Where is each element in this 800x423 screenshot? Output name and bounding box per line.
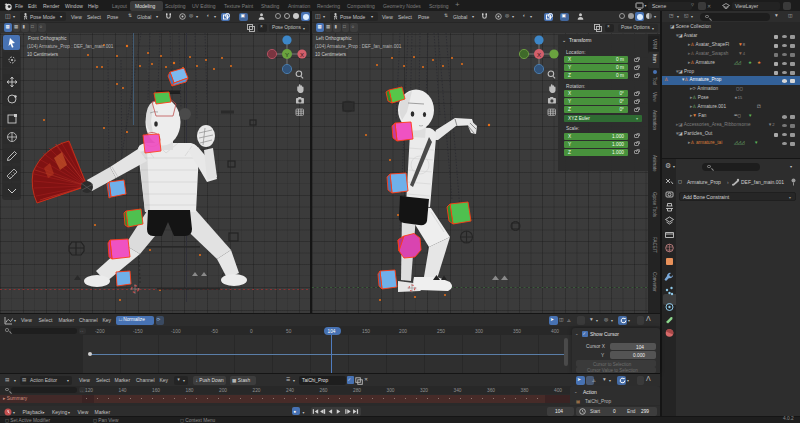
svg-text:Y: Y: [285, 52, 289, 58]
svg-text:X: X: [300, 52, 304, 58]
svg-text:X: X: [537, 52, 541, 58]
